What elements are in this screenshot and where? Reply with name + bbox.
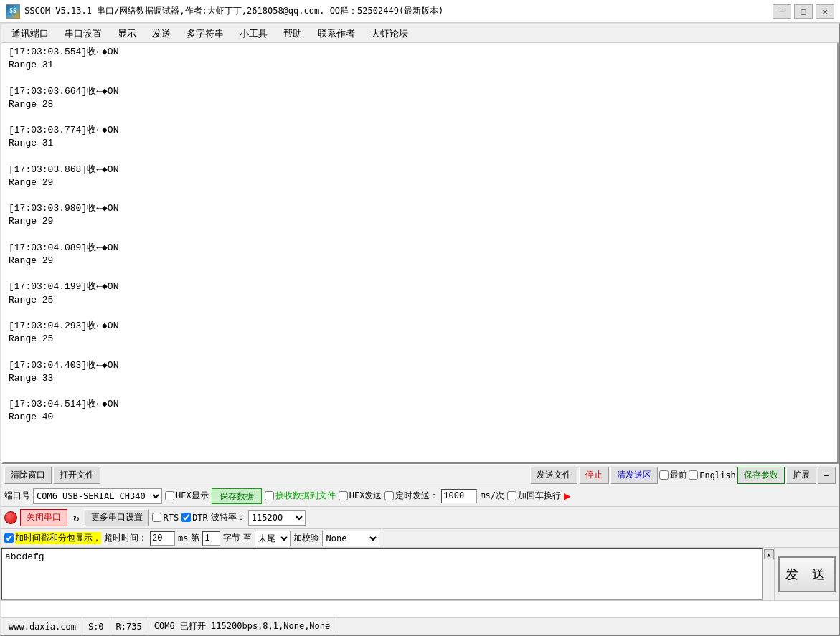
ticker-content: 【升级到V5.13.1】★合宙高性价比4G模块值得一试 ★RT-Thread中人…	[1, 603, 839, 615]
to-label: 至	[243, 532, 252, 544]
log-line: [17:03:04.514]收←◆ON	[9, 398, 831, 411]
log-line	[9, 72, 831, 85]
menu-serial-settings[interactable]: 串口设置	[57, 26, 109, 42]
menu-contact[interactable]: 联系作者	[311, 26, 362, 42]
hex-display-text: HEX显示	[176, 490, 209, 502]
menu-bar: 通讯端口 串口设置 显示 发送 多字符串 小工具 帮助 联系作者 大虾论坛	[1, 24, 839, 43]
send-text-input[interactable]: abcdefg	[1, 548, 763, 600]
timed-send-checkbox[interactable]	[384, 491, 394, 500]
newline-checkbox[interactable]	[507, 491, 516, 500]
baud-select[interactable]: 115200	[248, 510, 306, 526]
recv-to-file-text: 接收数据到文件	[275, 490, 336, 502]
timestamp-text: 加时间戳和分包显示，	[15, 532, 101, 544]
log-line: Range 29	[9, 255, 831, 267]
menu-forum[interactable]: 大虾论坛	[364, 26, 415, 42]
log-line	[9, 229, 831, 242]
send-input-row: 加时间戳和分包显示， 超时时间： ms 第 字节 至 末尾 加校验 None	[1, 528, 839, 547]
hex-display-label[interactable]: HEX显示	[165, 490, 209, 502]
hex-send-checkbox[interactable]	[339, 491, 348, 500]
dtr-label[interactable]: DTR	[181, 513, 208, 523]
minimize-button[interactable]: ─	[773, 4, 791, 19]
log-line	[9, 189, 831, 202]
save-data-button[interactable]: 保存数据	[212, 488, 262, 504]
resend-button[interactable]: 清发送区	[610, 467, 658, 484]
english-label: English	[699, 470, 736, 480]
timed-value-input[interactable]	[441, 489, 477, 503]
menu-tools[interactable]: 小工具	[232, 26, 275, 42]
send-scrollbar[interactable]: ▲	[763, 548, 774, 600]
last-checkbox[interactable]	[659, 470, 669, 480]
timestamp-checkbox[interactable]	[4, 533, 14, 543]
log-line: [17:03:03.868]收←◆ON	[9, 163, 831, 176]
send-button[interactable]: 发 送	[778, 556, 836, 592]
recv-to-file-label[interactable]: 接收数据到文件	[265, 490, 336, 502]
console-output: [17:03:03.554]收←◆ONRange 31 [17:03:03.66…	[1, 43, 839, 464]
log-line: [17:03:03.980]收←◆ON	[9, 202, 831, 215]
recv-to-file-checkbox[interactable]	[265, 491, 274, 500]
last-checkbox-label[interactable]: 最前	[659, 469, 687, 481]
menu-help[interactable]: 帮助	[276, 26, 309, 42]
from-label: 第	[191, 532, 199, 544]
menu-multistring[interactable]: 多字符串	[179, 26, 231, 42]
status-website: www.daxia.com	[6, 618, 82, 635]
close-button[interactable]: ✕	[816, 4, 834, 19]
dtr-checkbox[interactable]	[181, 513, 191, 522]
hex-send-text: HEX发送	[349, 490, 382, 502]
timed-send-label[interactable]: 定时发送：	[384, 490, 438, 502]
app-icon: SS	[6, 4, 20, 19]
clear-window-button[interactable]: 清除窗口	[4, 467, 52, 484]
stop-button[interactable]: 停止	[579, 467, 609, 484]
to-select[interactable]: 末尾	[255, 531, 291, 546]
log-line	[9, 346, 831, 359]
send-button-area: 发 送	[774, 548, 839, 600]
rts-checkbox[interactable]	[152, 513, 161, 522]
from-input[interactable]	[202, 531, 220, 546]
refresh-icon[interactable]: ↻	[70, 512, 82, 523]
expand-button[interactable]: 扩展	[786, 467, 816, 484]
maximize-button[interactable]: □	[794, 4, 813, 19]
timestamp-checkbox-label[interactable]: 加时间戳和分包显示，	[4, 532, 101, 544]
log-line	[9, 307, 831, 320]
log-line: Range 28	[9, 98, 831, 111]
log-line: Range 29	[9, 215, 831, 228]
english-checkbox[interactable]	[689, 470, 698, 480]
log-line: Range 25	[9, 294, 831, 307]
menu-comport[interactable]: 通讯端口	[4, 26, 56, 42]
checksum-select[interactable]: None	[322, 531, 379, 546]
port-select[interactable]: COM6 USB-SERIAL CH340	[33, 488, 162, 504]
newline-label[interactable]: 加回车换行	[507, 490, 561, 502]
english-checkbox-label[interactable]: English	[689, 470, 736, 480]
toolbar-row2: 端口号 COM6 USB-SERIAL CH340 HEX显示 保存数据 接收数…	[1, 485, 839, 507]
ticker: 【升级到V5.13.1】★合宙高性价比4G模块值得一试 ★RT-Thread中人…	[1, 600, 839, 617]
byte-label: 字节	[223, 532, 240, 544]
scroll-up-icon[interactable]: ▲	[764, 549, 774, 559]
send-area: ▲ abcdefg 发 送	[1, 547, 839, 600]
collapse-button[interactable]: —	[818, 467, 836, 484]
connection-indicator	[4, 511, 17, 524]
timeout-input[interactable]	[150, 531, 175, 546]
ms2-label: ms	[178, 533, 188, 544]
log-line: [17:03:04.293]收←◆ON	[9, 320, 831, 333]
rts-text: RTS	[163, 513, 179, 523]
status-bar: www.daxia.com S:0 R:735 COM6 已打开 115200b…	[1, 617, 839, 635]
open-file-button[interactable]: 打开文件	[53, 467, 100, 484]
console-lines: [17:03:03.554]收←◆ONRange 31 [17:03:03.66…	[9, 46, 831, 424]
menu-send[interactable]: 发送	[145, 26, 178, 42]
rts-label[interactable]: RTS	[152, 513, 179, 523]
ms-label: ms/次	[480, 490, 504, 502]
close-port-button[interactable]: 关闭串口	[20, 509, 67, 526]
log-line	[9, 111, 831, 124]
menu-display[interactable]: 显示	[110, 26, 143, 42]
log-line: [17:03:04.199]收←◆ON	[9, 280, 831, 293]
hex-send-label[interactable]: HEX发送	[339, 490, 382, 502]
save-params-button[interactable]: 保存参数	[737, 467, 785, 484]
hex-display-checkbox[interactable]	[165, 491, 174, 500]
more-port-button[interactable]: 更多串口设置	[85, 509, 149, 526]
title-left: SS SSCOM V5.13.1 串口/网络数据调试器,作者:大虾丁丁,2618…	[6, 4, 443, 19]
send-file-button[interactable]: 发送文件	[530, 467, 577, 484]
log-line: Range 25	[9, 333, 831, 346]
newline-text: 加回车换行	[518, 490, 561, 502]
timed-send-text: 定时发送：	[395, 490, 438, 502]
log-line: Range 31	[9, 59, 831, 72]
baud-label: 波特率：	[211, 511, 245, 523]
